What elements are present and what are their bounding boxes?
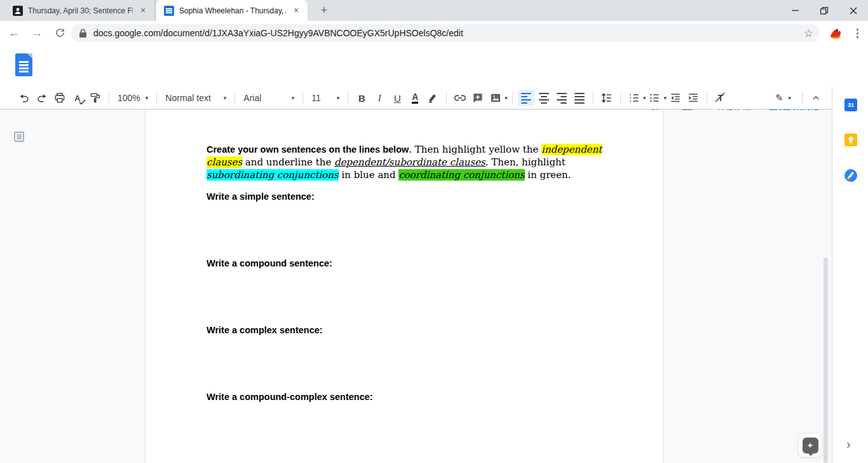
forward-button[interactable]: →	[28, 24, 46, 42]
minimize-button[interactable]	[780, 0, 810, 21]
document-page[interactable]: Create your own sentences on the lines b…	[145, 110, 663, 463]
print-button[interactable]	[51, 90, 68, 106]
intro-paragraph: Create your own sentences on the lines b…	[207, 143, 606, 181]
bookmark-star-icon[interactable]: ☆	[804, 27, 813, 40]
lock-icon	[79, 29, 87, 38]
tab-docs[interactable]: Sophia Wheelehan - Thursday, A ×	[156, 0, 308, 21]
docs-logo-icon[interactable]	[15, 53, 32, 76]
tab-label: Sophia Wheelehan - Thursday, A	[179, 6, 286, 15]
numbered-list-button[interactable]	[626, 90, 642, 106]
explore-button[interactable]: ✦	[798, 433, 822, 457]
new-tab-button[interactable]: +	[316, 3, 332, 18]
style-value: Normal text	[165, 93, 211, 103]
chevron-down-icon: ▾	[224, 95, 227, 101]
explore-icon: ✦	[803, 438, 818, 453]
justify-button[interactable]	[571, 90, 588, 106]
extension-icon[interactable]	[827, 25, 844, 41]
align-center-button[interactable]	[536, 90, 552, 106]
paint-format-button[interactable]	[87, 90, 104, 106]
side-panel: 31 ›	[832, 87, 868, 463]
text-color-button[interactable]: A	[412, 92, 418, 104]
align-right-button[interactable]	[553, 90, 570, 106]
editing-mode-button[interactable]: ✎ ▾	[771, 90, 795, 106]
pencil-icon: ✎	[775, 92, 783, 104]
browser-toolbar: ← → docs.google.com/document/d/1JXA3aYxi…	[0, 21, 868, 45]
tab-close-icon[interactable]: ×	[291, 6, 301, 16]
classroom-favicon	[13, 6, 23, 16]
intro-bold: Create your own sentences on the lines b…	[207, 144, 409, 155]
intro-text: in green.	[525, 169, 571, 181]
italic-button[interactable]: I	[371, 90, 388, 106]
prompt-compound-complex-sentence: Write a compound-complex sentence:	[207, 392, 373, 402]
intro-text: . Then, highlight	[485, 156, 566, 168]
spellcheck-button[interactable]: A	[69, 90, 86, 106]
redo-button[interactable]	[34, 90, 50, 106]
highlight-green-text: coordinating conjunctions	[398, 169, 524, 181]
zoom-value: 100%	[118, 93, 140, 103]
docs-toolbar: A 100% ▾ Normal text ▾ Arial ▾ 11 ▾ B I …	[0, 87, 832, 109]
window-controls	[780, 0, 868, 21]
chevron-down-icon: ▾	[146, 95, 149, 101]
font-select[interactable]: Arial ▾	[240, 90, 298, 106]
decrease-indent-button[interactable]	[667, 90, 684, 106]
intro-text: . Then highlight yellow the	[409, 144, 541, 155]
restore-button[interactable]	[810, 0, 839, 21]
document-area: Create your own sentences on the lines b…	[0, 110, 832, 463]
prompt-compound-sentence: Write a compound sentence:	[207, 258, 332, 268]
collapse-toolbar-button[interactable]	[808, 90, 824, 106]
browser-window: Thursday, April 30; Sentence Flue × Soph…	[0, 0, 868, 463]
style-select[interactable]: Normal text ▾	[161, 90, 230, 106]
chevron-down-icon[interactable]: ▾	[663, 95, 667, 101]
prompt-complex-sentence: Write a complex sentence:	[207, 325, 323, 335]
tab-strip: Thursday, April 30; Sentence Flue × Soph…	[0, 0, 868, 21]
url-text: docs.google.com/document/d/1JXA3aYxiaG-U…	[93, 28, 804, 38]
tab-close-icon[interactable]: ×	[138, 6, 148, 16]
docs-header: Sophia Wheelehan - Thursday, April 30; S…	[0, 45, 868, 87]
docs-favicon	[164, 6, 174, 16]
insert-image-button[interactable]	[487, 90, 504, 106]
chevron-down-icon: ▾	[337, 95, 340, 101]
line-spacing-button[interactable]	[599, 90, 615, 106]
highlight-color-button[interactable]	[424, 90, 441, 106]
underlined-text: dependent/subordinate clauses	[334, 156, 485, 168]
bold-button[interactable]: B	[353, 90, 370, 106]
browser-menu-icon[interactable]	[850, 26, 864, 40]
intro-text: in blue and	[339, 169, 399, 181]
chevron-down-icon: ▾	[788, 95, 791, 101]
add-comment-button[interactable]	[470, 90, 486, 106]
chevron-down-icon: ▾	[292, 95, 295, 101]
chevron-down-icon[interactable]: ▾	[505, 95, 508, 101]
keep-icon[interactable]	[844, 134, 857, 146]
chevron-down-icon[interactable]: ▾	[643, 95, 646, 101]
address-bar[interactable]: docs.google.com/document/d/1JXA3aYxiaG-U…	[71, 24, 820, 42]
tasks-icon[interactable]	[844, 169, 857, 182]
highlight-cyan-text: subordinating conjunctions	[207, 169, 339, 181]
underline-button[interactable]: U	[389, 90, 405, 106]
align-left-button[interactable]	[518, 90, 534, 106]
font-value: Arial	[243, 93, 261, 103]
tab-label: Thursday, April 30; Sentence Flue	[28, 6, 133, 15]
refresh-button[interactable]	[51, 24, 69, 42]
calendar-icon[interactable]: 31	[844, 99, 857, 111]
zoom-select[interactable]: 100% ▾	[114, 90, 152, 106]
close-button[interactable]	[839, 0, 868, 21]
bullet-list-button[interactable]	[646, 90, 663, 106]
insert-link-button[interactable]	[452, 90, 468, 106]
undo-button[interactable]	[16, 90, 32, 106]
tab-classroom[interactable]: Thursday, April 30; Sentence Flue ×	[5, 0, 155, 21]
prompt-simple-sentence: Write a simple sentence:	[207, 191, 315, 202]
font-size-value: 11	[311, 93, 321, 103]
clear-formatting-button[interactable]: T	[712, 90, 729, 106]
document-outline-icon[interactable]	[13, 130, 25, 143]
back-button[interactable]: ←	[5, 24, 23, 42]
hide-side-panel-icon[interactable]: ›	[846, 437, 851, 452]
intro-text: and underline the	[242, 156, 334, 168]
vertical-scrollbar[interactable]	[824, 258, 828, 463]
font-size-select[interactable]: 11 ▾	[308, 90, 343, 106]
increase-indent-button[interactable]	[685, 90, 702, 106]
